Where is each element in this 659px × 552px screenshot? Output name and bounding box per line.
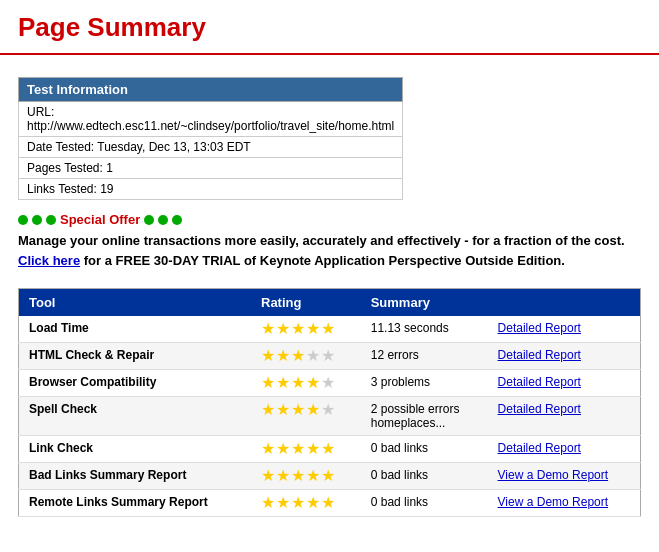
col-tool: Tool bbox=[19, 289, 252, 317]
star-rating: ★★★★★ bbox=[261, 348, 351, 364]
star-full-icon: ★ bbox=[291, 441, 305, 457]
star-full-icon: ★ bbox=[306, 321, 320, 337]
dot-4 bbox=[144, 215, 154, 225]
star-full-icon: ★ bbox=[291, 375, 305, 391]
table-row: Remote Links Summary Report ★★★★★ 0 bad … bbox=[19, 490, 641, 517]
detail-report-link[interactable]: Detailed Report bbox=[498, 375, 581, 389]
dot-1 bbox=[18, 215, 28, 225]
star-full-icon: ★ bbox=[261, 495, 275, 511]
tool-name: Load Time bbox=[19, 316, 252, 343]
summary-cell: 0 bad links bbox=[361, 463, 488, 490]
star-full-icon: ★ bbox=[276, 321, 290, 337]
star-full-icon: ★ bbox=[306, 468, 320, 484]
star-empty-icon: ★ bbox=[321, 402, 335, 418]
link-cell[interactable]: Detailed Report bbox=[488, 397, 641, 436]
summary-cell: 3 problems bbox=[361, 370, 488, 397]
star-rating: ★★★★★ bbox=[261, 321, 351, 337]
link-cell[interactable]: Detailed Report bbox=[488, 343, 641, 370]
promo-text-3: for a FREE 30-DAY TRIAL of Keynote Appli… bbox=[84, 253, 565, 268]
test-info-heading: Test Information bbox=[19, 78, 403, 102]
star-full-icon: ★ bbox=[276, 441, 290, 457]
dot-5 bbox=[158, 215, 168, 225]
rating-cell: ★★★★★ bbox=[251, 343, 361, 370]
star-full-icon: ★ bbox=[291, 348, 305, 364]
detail-report-link[interactable]: View a Demo Report bbox=[498, 468, 609, 482]
table-row: Bad Links Summary Report ★★★★★ 0 bad lin… bbox=[19, 463, 641, 490]
dot-6 bbox=[172, 215, 182, 225]
special-offer-label: Special Offer bbox=[60, 212, 140, 227]
summary-cell: 11.13 seconds bbox=[361, 316, 488, 343]
special-offer-bar: Special Offer bbox=[18, 212, 641, 227]
dot-2 bbox=[32, 215, 42, 225]
detail-report-link[interactable]: Detailed Report bbox=[498, 348, 581, 362]
star-full-icon: ★ bbox=[276, 375, 290, 391]
table-row: HTML Check & Repair ★★★★★ 12 errors Deta… bbox=[19, 343, 641, 370]
tool-name: Browser Compatibility bbox=[19, 370, 252, 397]
detail-report-link[interactable]: Detailed Report bbox=[498, 321, 581, 335]
star-full-icon: ★ bbox=[261, 402, 275, 418]
star-full-icon: ★ bbox=[291, 495, 305, 511]
star-rating: ★★★★★ bbox=[261, 468, 351, 484]
rating-cell: ★★★★★ bbox=[251, 370, 361, 397]
star-full-icon: ★ bbox=[321, 468, 335, 484]
tool-name: Link Check bbox=[19, 436, 252, 463]
table-row: Link Check ★★★★★ 0 bad links Detailed Re… bbox=[19, 436, 641, 463]
star-full-icon: ★ bbox=[291, 468, 305, 484]
test-info-url-row: URL: http://www.edtech.esc11.net/~clinds… bbox=[19, 102, 403, 137]
star-full-icon: ★ bbox=[276, 495, 290, 511]
test-info-row: Links Tested: 19 bbox=[19, 179, 403, 200]
link-cell[interactable]: Detailed Report bbox=[488, 316, 641, 343]
rating-cell: ★★★★★ bbox=[251, 463, 361, 490]
star-full-icon: ★ bbox=[261, 468, 275, 484]
dot-3 bbox=[46, 215, 56, 225]
promo-paragraph: Manage your online transactions more eas… bbox=[18, 231, 638, 270]
detail-report-link[interactable]: View a Demo Report bbox=[498, 495, 609, 509]
summary-cell: 2 possible errorshomeplaces... bbox=[361, 397, 488, 436]
detail-report-link[interactable]: Detailed Report bbox=[498, 402, 581, 416]
tool-name: Remote Links Summary Report bbox=[19, 490, 252, 517]
rating-cell: ★★★★★ bbox=[251, 436, 361, 463]
page-title: Page Summary bbox=[0, 0, 659, 55]
click-here-link[interactable]: Click here bbox=[18, 253, 80, 268]
col-rating: Rating bbox=[251, 289, 361, 317]
star-empty-icon: ★ bbox=[321, 348, 335, 364]
tool-name: Spell Check bbox=[19, 397, 252, 436]
test-info-row: Pages Tested: 1 bbox=[19, 158, 403, 179]
star-empty-icon: ★ bbox=[321, 375, 335, 391]
rating-cell: ★★★★★ bbox=[251, 316, 361, 343]
star-full-icon: ★ bbox=[291, 321, 305, 337]
results-table: Tool Rating Summary Load Time ★★★★★ 11.1… bbox=[18, 288, 641, 517]
summary-cell: 12 errors bbox=[361, 343, 488, 370]
star-full-icon: ★ bbox=[321, 321, 335, 337]
link-cell[interactable]: Detailed Report bbox=[488, 370, 641, 397]
star-full-icon: ★ bbox=[276, 468, 290, 484]
star-rating: ★★★★★ bbox=[261, 402, 351, 418]
rating-cell: ★★★★★ bbox=[251, 397, 361, 436]
star-full-icon: ★ bbox=[261, 321, 275, 337]
tool-name: HTML Check & Repair bbox=[19, 343, 252, 370]
star-full-icon: ★ bbox=[306, 375, 320, 391]
summary-cell: 0 bad links bbox=[361, 490, 488, 517]
table-row: Browser Compatibility ★★★★★ 3 problems D… bbox=[19, 370, 641, 397]
link-cell[interactable]: View a Demo Report bbox=[488, 463, 641, 490]
star-full-icon: ★ bbox=[306, 495, 320, 511]
test-info-table: Test Information URL: http://www.edtech.… bbox=[18, 77, 403, 200]
star-full-icon: ★ bbox=[321, 441, 335, 457]
star-full-icon: ★ bbox=[306, 441, 320, 457]
table-row: Load Time ★★★★★ 11.13 seconds Detailed R… bbox=[19, 316, 641, 343]
star-full-icon: ★ bbox=[321, 495, 335, 511]
table-row: Spell Check ★★★★★ 2 possible errorshomep… bbox=[19, 397, 641, 436]
link-cell[interactable]: Detailed Report bbox=[488, 436, 641, 463]
link-cell[interactable]: View a Demo Report bbox=[488, 490, 641, 517]
rating-cell: ★★★★★ bbox=[251, 490, 361, 517]
star-full-icon: ★ bbox=[276, 402, 290, 418]
detail-report-link[interactable]: Detailed Report bbox=[498, 441, 581, 455]
star-full-icon: ★ bbox=[261, 375, 275, 391]
star-full-icon: ★ bbox=[306, 402, 320, 418]
star-full-icon: ★ bbox=[261, 441, 275, 457]
star-rating: ★★★★★ bbox=[261, 441, 351, 457]
summary-cell: 0 bad links bbox=[361, 436, 488, 463]
star-rating: ★★★★★ bbox=[261, 495, 351, 511]
col-action bbox=[488, 289, 641, 317]
test-info-row: Date Tested: Tuesday, Dec 13, 13:03 EDT bbox=[19, 137, 403, 158]
